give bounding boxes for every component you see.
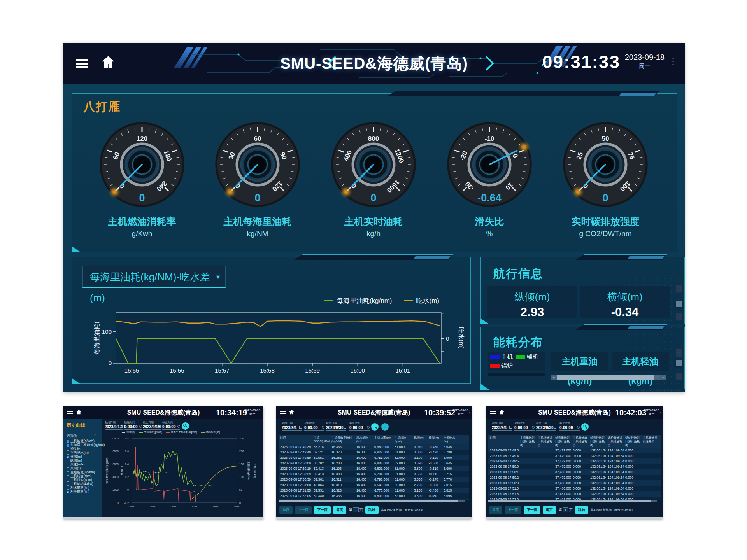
scroll-up-icon[interactable]: ↑ bbox=[676, 349, 682, 357]
next-page-button[interactable]: 下一页 bbox=[524, 506, 540, 514]
jump-button[interactable]: 跳转 bbox=[575, 506, 588, 514]
field-value[interactable]: 0:00:00 bbox=[514, 425, 535, 430]
field-label: 截止时间 bbox=[559, 421, 580, 425]
svg-text:4000: 4000 bbox=[112, 476, 119, 478]
scroll-up-icon[interactable]: ↑ bbox=[676, 285, 682, 292]
last-page-button[interactable]: 尾页 bbox=[543, 506, 556, 514]
scroll-down-icon[interactable]: ↓ bbox=[676, 313, 682, 320]
checkbox-icon[interactable]: ✓ bbox=[67, 440, 69, 443]
page-number-input[interactable]: 1 bbox=[563, 508, 568, 512]
table-horizontal-scrollbar[interactable] bbox=[488, 500, 657, 502]
kebab-menu-icon[interactable]: ⋮ bbox=[658, 410, 662, 415]
first-page-button[interactable]: 首页 bbox=[489, 506, 502, 514]
legend-item[interactable]: 吃水(m) bbox=[404, 296, 439, 305]
column-header: 主机转速(rpm) bbox=[393, 435, 412, 444]
series-checkbox-item[interactable]: 风速(m/s) bbox=[63, 463, 102, 467]
search-button[interactable] bbox=[581, 423, 589, 430]
clock-icon[interactable] bbox=[577, 426, 580, 429]
table-horizontal-scrollbar[interactable] bbox=[279, 500, 465, 502]
export-button[interactable]: ↓ bbox=[381, 423, 389, 430]
series-checkbox-item[interactable]: ✓ 每海里主机能耗(kg/nm) bbox=[63, 443, 102, 447]
legend-item[interactable]: 对地航速(kn) bbox=[201, 430, 220, 434]
window-bottom-strip bbox=[63, 517, 263, 519]
checkbox-icon[interactable] bbox=[67, 448, 69, 451]
series-checkbox-item[interactable]: ✓ 对地航速(kn) bbox=[63, 490, 102, 494]
kebab-menu-icon[interactable]: ⋮ bbox=[259, 410, 263, 415]
series-checkbox-item[interactable]: 平均吃水(m) bbox=[63, 451, 102, 455]
checkbox-icon[interactable] bbox=[67, 483, 69, 486]
energy-legend-item[interactable]: 主机 bbox=[490, 353, 516, 360]
calendar-icon[interactable] bbox=[509, 426, 512, 429]
checkbox-icon[interactable] bbox=[67, 460, 69, 462]
legend-item[interactable]: 每海里油耗(kg/nm) bbox=[324, 296, 392, 305]
field-value[interactable]: 2023/9/1 bbox=[282, 425, 302, 430]
panel-notch-deco bbox=[294, 254, 453, 260]
search-button[interactable] bbox=[182, 422, 189, 430]
trim-value: 2.93 bbox=[487, 305, 577, 319]
kebab-menu-icon[interactable]: ⋮ bbox=[668, 57, 678, 66]
scroll-right-icon[interactable]: → bbox=[660, 375, 666, 380]
calendar-icon[interactable] bbox=[344, 426, 346, 429]
clock-icon[interactable] bbox=[532, 426, 535, 429]
scrollbar-thumb[interactable] bbox=[557, 375, 654, 380]
series-group-header[interactable]: 选择项 ⌃ bbox=[63, 431, 102, 439]
field-value[interactable]: 2023/9/30 bbox=[326, 425, 346, 430]
last-page-button[interactable]: 尾页 bbox=[333, 506, 346, 514]
field-value[interactable]: 2023/9/18 bbox=[143, 424, 161, 430]
next-page-button[interactable]: 下一页 bbox=[314, 506, 331, 514]
checkbox-icon[interactable] bbox=[67, 487, 69, 490]
scroll-left-icon[interactable]: ← bbox=[551, 375, 557, 380]
scrollbar-thumb[interactable] bbox=[676, 301, 682, 307]
checkbox-icon[interactable] bbox=[67, 471, 69, 474]
energy-legend-item[interactable]: 辅机 bbox=[516, 353, 542, 360]
calendar-icon[interactable] bbox=[299, 426, 302, 429]
field-value[interactable]: 0:00:00 bbox=[559, 425, 580, 430]
checkbox-icon[interactable]: ✓ bbox=[67, 456, 69, 458]
calendar-icon[interactable] bbox=[554, 426, 556, 429]
checkbox-icon[interactable] bbox=[67, 475, 69, 478]
scrollbar-thumb[interactable] bbox=[676, 360, 682, 366]
legend-item[interactable]: 每海里主机能耗(kg/nm) bbox=[166, 430, 197, 434]
field-value[interactable]: 0:00:00 bbox=[124, 424, 142, 430]
metric-dropdown[interactable]: 每海里油耗(kg/NM)-吃水差(m) ▾ bbox=[82, 266, 226, 288]
checkbox-icon[interactable] bbox=[67, 452, 69, 455]
clock-icon[interactable] bbox=[322, 426, 324, 429]
prev-page-button[interactable]: 上一页 bbox=[505, 506, 521, 514]
jump-button[interactable]: 跳转 bbox=[365, 506, 379, 514]
table-cell bbox=[536, 458, 554, 464]
legend-item[interactable]: 横倾(m) bbox=[122, 430, 135, 434]
checkbox-icon[interactable] bbox=[67, 464, 69, 466]
checkbox-icon[interactable] bbox=[67, 467, 69, 470]
field-label: 截止时间 bbox=[349, 421, 370, 425]
clock-icon[interactable] bbox=[139, 425, 142, 428]
field-value[interactable]: 2023/9/17 bbox=[105, 424, 123, 430]
calendar-icon[interactable] bbox=[158, 425, 161, 428]
svg-text:每海里油耗(: 每海里油耗( bbox=[93, 321, 100, 355]
page-number-input[interactable]: 1 bbox=[353, 508, 359, 512]
field-value[interactable]: 0:00:00 bbox=[349, 425, 370, 430]
table-cell: 81.000 bbox=[393, 488, 412, 493]
first-page-button[interactable]: 首页 bbox=[279, 506, 293, 514]
checkbox-icon[interactable]: ✓ bbox=[67, 444, 69, 447]
form-field: 起始日期 2023/9/1 bbox=[282, 421, 302, 430]
date-range-form: 起始日期 2023/9/17 起始时间 0:00:00 截止日期 2023/9/… bbox=[63, 420, 263, 430]
checkbox-icon[interactable] bbox=[67, 479, 69, 482]
energy-legend-item[interactable]: 锅炉 bbox=[490, 362, 516, 369]
scroll-down-icon[interactable]: ↓ bbox=[676, 373, 682, 380]
legend-item[interactable]: 主机能耗(g/kwh) bbox=[139, 430, 162, 434]
field-value[interactable]: 2023/9/1 bbox=[492, 425, 512, 430]
kebab-menu-icon[interactable]: ⋮ bbox=[467, 410, 471, 415]
field-label: 起始时间 bbox=[124, 420, 142, 424]
prev-page-button[interactable]: 上一页 bbox=[295, 506, 312, 514]
checkbox-icon[interactable]: ✓ bbox=[67, 491, 69, 494]
clock-icon[interactable] bbox=[177, 425, 180, 428]
gauges-panel: 八打雁 0601201802400主机燃油消耗率 g/Kwh0306090120… bbox=[72, 93, 677, 252]
table-cell: 38.782 bbox=[312, 460, 330, 466]
series-checkbox-item[interactable]: ✓ 横倾(m) bbox=[63, 455, 102, 459]
field-value[interactable]: 2023/9/30 bbox=[536, 425, 556, 430]
clock-icon[interactable] bbox=[367, 426, 370, 429]
field-value[interactable]: 0:00:00 bbox=[304, 425, 324, 430]
calendar-icon[interactable] bbox=[120, 425, 123, 428]
search-button[interactable] bbox=[371, 423, 379, 430]
field-value[interactable]: 0:00:00 bbox=[162, 424, 180, 430]
